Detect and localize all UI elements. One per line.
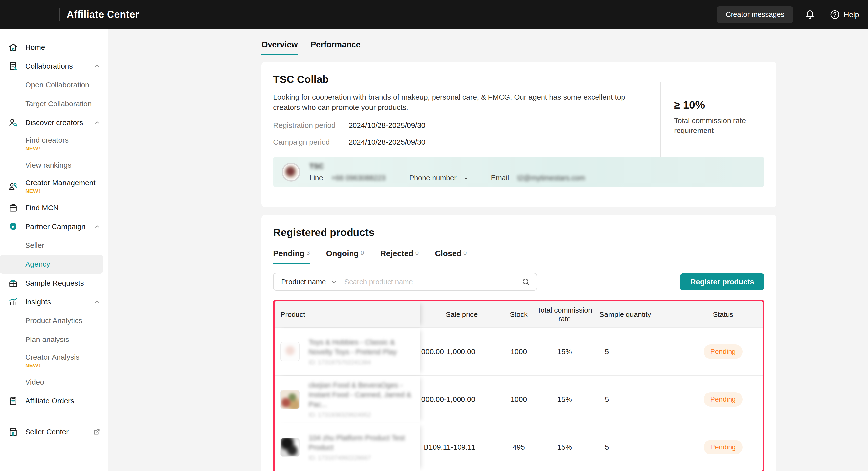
- status-badge-pending: Pending: [704, 344, 743, 359]
- new-badge: NEW!: [25, 188, 95, 194]
- campaign-description: Looking for cooperation with brands of m…: [273, 92, 632, 113]
- topbar: Affiliate Center Creator messages Help: [0, 0, 868, 29]
- cell-product: Toys & Hobbies - Classic & Novelty Toys …: [275, 328, 420, 375]
- campaign-card: TSC Collab Looking for cooperation with …: [261, 62, 776, 207]
- sidebar-item-creator-analysis[interactable]: Creator Analysis NEW!: [0, 349, 108, 373]
- product-search-box: Product name: [273, 273, 537, 291]
- new-badge: NEW!: [25, 145, 69, 152]
- sidebar-item-video[interactable]: Video: [0, 373, 108, 391]
- sidebar-item-label: Collaborations: [25, 62, 73, 70]
- sidebar-item-plan-analysis[interactable]: Plan analysis: [0, 330, 108, 349]
- tab-pending-count: 3: [306, 249, 310, 256]
- cell-status: Pending: [686, 376, 760, 423]
- sidebar-item-view-rankings[interactable]: View rankings: [0, 156, 108, 175]
- column-header-sale-price: Sale price: [436, 302, 488, 327]
- cell-sample-quantity: 5: [582, 328, 632, 375]
- chevron-up-icon[interactable]: [93, 119, 101, 126]
- sidebar-item-seller-center[interactable]: Seller Center: [0, 422, 108, 441]
- commission-requirement-label: Total commission rate requirement: [674, 116, 756, 135]
- app-title: Affiliate Center: [67, 9, 139, 20]
- line-label: Line: [309, 174, 323, 182]
- chevron-up-icon[interactable]: [93, 223, 101, 230]
- search-filter-select[interactable]: Product name: [281, 278, 337, 286]
- sidebar-item-find-creators[interactable]: Find creators NEW!: [0, 132, 108, 156]
- table-row[interactable]: 000.00-1,000.00 1000 15% 5 Pending ckeji…: [275, 375, 763, 423]
- cell-status: Pending: [686, 328, 760, 375]
- registered-products-card: Registered products Pending 3 Ongoing 0 …: [261, 215, 776, 471]
- register-products-button[interactable]: Register products: [680, 273, 765, 290]
- tab-pending[interactable]: Pending 3: [273, 249, 310, 264]
- sidebar-item-target-collaboration[interactable]: Target Collaboration: [0, 94, 108, 113]
- sidebar-item-label: Seller Center: [25, 428, 69, 436]
- sidebar-item-label: Creator Management: [25, 179, 95, 187]
- tab-ongoing[interactable]: Ongoing 0: [326, 249, 364, 264]
- sidebar-item-sample-requests[interactable]: Sample Requests: [0, 274, 108, 292]
- sidebar-item-label: Find MCN: [25, 203, 59, 212]
- discover-creators-icon: [8, 117, 19, 128]
- email-value: t2@mytimestars.com: [518, 174, 585, 182]
- sidebar-item-creator-management[interactable]: Creator Management NEW!: [0, 175, 108, 198]
- sidebar-item-label: Discover creators: [25, 118, 83, 127]
- sidebar-item-partner-campaign[interactable]: Partner Campaign: [0, 217, 108, 236]
- sidebar-item-insights[interactable]: Insights: [0, 292, 108, 311]
- products-table: Sale price Stock Total commission rate S…: [273, 300, 765, 471]
- chevron-up-icon[interactable]: [93, 62, 101, 70]
- agency-avatar: [282, 163, 301, 182]
- sidebar-item-home[interactable]: Home: [0, 38, 108, 57]
- find-mcn-icon: [8, 202, 19, 213]
- notifications-button[interactable]: [804, 9, 815, 20]
- sidebar-item-affiliate-orders[interactable]: Affiliate Orders: [0, 391, 108, 410]
- sidebar-item-discover-creators[interactable]: Discover creators: [0, 113, 108, 132]
- search-input[interactable]: [344, 278, 516, 286]
- registration-period-label: Registration period: [273, 121, 348, 129]
- sidebar-item-seller[interactable]: Seller: [0, 236, 108, 255]
- gift-icon: [8, 278, 19, 288]
- product-id: ID: 1731938329924952: [309, 411, 420, 418]
- campaign-period-row: Campaign period 2024/10/28-2025/09/30: [273, 138, 765, 146]
- tab-rejected[interactable]: Rejected 0: [380, 249, 418, 264]
- sidebar-item-label: Affiliate Orders: [25, 397, 74, 405]
- status-badge-pending: Pending: [704, 440, 743, 454]
- search-divider: [516, 278, 516, 286]
- creator-management-icon: [8, 181, 19, 192]
- requirement-divider: [660, 83, 661, 162]
- tab-overview[interactable]: Overview: [261, 40, 298, 55]
- chevron-up-icon[interactable]: [93, 298, 101, 306]
- tab-performance[interactable]: Performance: [311, 40, 361, 55]
- email-label: Email: [491, 174, 509, 182]
- column-header-product: Product: [275, 302, 420, 327]
- partner-campaign-shield-icon: [8, 221, 19, 232]
- creator-messages-button[interactable]: Creator messages: [717, 6, 793, 23]
- help-button[interactable]: Help: [829, 9, 859, 20]
- insights-chart-icon: [8, 296, 19, 307]
- column-header-status: Status: [686, 302, 760, 327]
- commission-requirement: ≥ 10% Total commission rate requirement: [674, 99, 756, 135]
- storefront-icon: [8, 427, 19, 437]
- app-brand: Affiliate Center: [59, 8, 139, 21]
- search-icon[interactable]: [521, 277, 531, 286]
- product-title: 104 zhu Platform Product Test Product: [309, 433, 420, 452]
- help-label: Help: [844, 10, 859, 19]
- sidebar-item-product-analytics[interactable]: Product Analytics: [0, 311, 108, 330]
- sidebar-item-collaborations[interactable]: Collaborations: [0, 57, 108, 75]
- bell-icon: [804, 9, 815, 20]
- product-title: Toys & Hobbies - Classic & Novelty Toys …: [309, 338, 420, 357]
- table-row[interactable]: 000.00-1,000.00 1000 15% 5 Pending Toys …: [275, 327, 763, 375]
- cell-status: Pending: [686, 423, 760, 471]
- agency-avatar-image: [284, 165, 298, 179]
- sidebar-item-open-collaboration[interactable]: Open Collaboration: [0, 75, 108, 94]
- sidebar-item-label: Plan analysis: [25, 335, 69, 344]
- sidebar-item-agency[interactable]: Agency: [0, 255, 103, 274]
- column-header-sample-quantity: Sample quantity: [594, 302, 656, 327]
- product-id: ID: 1731074992228667: [309, 454, 420, 461]
- cell-sample-quantity: 5: [582, 423, 632, 471]
- table-row[interactable]: ฿109.11-109.11 495 15% 5 Pending 104 zhu…: [275, 423, 763, 471]
- status-badge-pending: Pending: [704, 392, 743, 407]
- sidebar-item-label: Partner Campaign: [25, 222, 86, 231]
- tab-closed[interactable]: Closed 0: [435, 249, 467, 264]
- product-image: [280, 390, 300, 409]
- sidebar-item-find-mcn[interactable]: Find MCN: [0, 198, 108, 217]
- collaborations-icon: [8, 61, 19, 71]
- status-tabs: Pending 3 Ongoing 0 Rejected 0 Closed 0: [273, 249, 765, 264]
- brand-divider: [59, 8, 60, 21]
